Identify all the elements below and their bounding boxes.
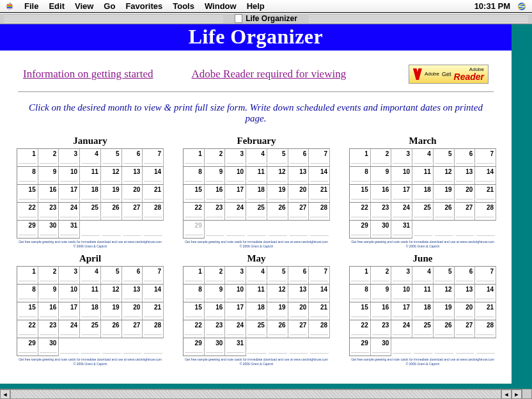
month-name: January [17,136,164,148]
scroll-left-button[interactable]: ◄ [0,389,10,399]
month-february[interactable]: February12345678910111213141516171819202… [183,136,330,248]
month-grid: 1234567891011121314151617181920212223242… [17,148,164,239]
month-april[interactable]: April12345678910111213141516171819202122… [17,253,164,366]
day-cell: 19 [101,185,122,203]
day-cell: 24 [391,203,412,221]
day-cell [205,221,226,239]
month-january[interactable]: January123456789101112131415161718192021… [17,136,164,248]
day-cell: 12 [267,167,288,185]
day-cell: 23 [205,203,226,221]
day-cell: 11 [412,167,434,185]
link-getting-started[interactable]: Information on getting started [23,68,153,81]
day-cell: 27 [455,203,476,221]
day-cell: 7 [309,149,330,167]
day-cell [434,221,455,239]
apple-menu-icon[interactable] [5,2,14,11]
right-gutter [522,24,532,389]
day-cell: 20 [288,302,309,320]
page-title: Life Organizer [0,24,512,51]
day-cell [101,338,122,356]
resize-handle[interactable] [522,389,532,399]
day-cell: 22 [350,203,371,221]
day-cell: 10 [59,285,80,302]
menu-help[interactable]: Help [247,1,265,11]
day-cell: 16 [205,185,226,203]
day-cell: 23 [205,320,226,338]
day-cell: 8 [350,167,371,185]
day-cell: 1 [184,267,205,285]
day-cell: 25 [412,203,434,221]
scroll-left-button-2[interactable]: ◄ [501,389,512,399]
menu-go[interactable]: Go [104,1,115,11]
menu-file[interactable]: File [24,1,38,11]
horizontal-scrollbar[interactable]: ◄ ◄ ► [0,389,522,399]
adobe-reader-label: Reader [454,72,484,81]
menu-window[interactable]: Window [205,1,237,11]
day-cell: 22 [184,320,205,338]
day-cell: 28 [309,320,330,338]
window-title: Life Organizer [246,14,297,23]
day-cell: 8 [17,285,38,302]
day-cell [412,221,434,239]
day-cell: 17 [225,185,246,203]
day-cell: 15 [350,302,371,320]
day-cell: 15 [184,302,205,320]
menu-edit[interactable]: Edit [49,1,65,11]
day-cell: 14 [475,167,496,185]
day-cell [122,221,143,239]
adobe-get-label: Get [442,71,451,77]
menu-view[interactable]: View [75,1,93,11]
day-cell: 11 [412,285,434,302]
day-cell: 9 [205,285,226,302]
day-cell: 7 [475,149,496,167]
day-cell [59,338,80,356]
month-name: April [17,253,164,266]
day-cell: 9 [371,285,392,302]
month-footer: Get free sample greeting and note cards … [17,356,164,366]
menu-tools[interactable]: Tools [173,1,194,11]
day-cell: 1 [350,267,371,285]
day-cell: 4 [80,149,101,167]
day-cell: 27 [122,320,143,338]
day-cell: 27 [288,320,309,338]
day-cell: 16 [371,185,392,203]
day-cell: 9 [38,167,59,185]
month-footer: Get free sample greeting and note cards … [17,239,164,248]
month-grid: 1234567891011121314151617181920212223242… [183,266,330,356]
month-may[interactable]: May1234567891011121314151617181920212223… [183,253,330,366]
day-cell: 27 [288,203,309,221]
internet-explorer-icon[interactable] [517,1,527,12]
day-cell [391,338,412,356]
day-cell: 3 [391,267,412,285]
day-cell: 20 [122,302,143,320]
menubar: File Edit View Go Favorites Tools Window… [0,0,532,13]
day-cell: 5 [101,149,122,167]
month-june[interactable]: June123456789101112131415161718192021222… [349,253,496,366]
day-cell: 29 [350,221,371,239]
scroll-track[interactable] [10,389,501,399]
day-cell: 5 [267,149,288,167]
day-cell: 14 [143,285,164,302]
day-cell: 9 [205,167,226,185]
day-cell: 20 [122,185,143,203]
menu-favorites[interactable]: Favorites [125,1,162,11]
day-cell: 12 [434,285,455,302]
day-cell: 1 [17,149,38,167]
get-adobe-reader-button[interactable]: Adobe Get Adobe Reader [409,65,489,84]
link-adobe-reader[interactable]: Adobe Reader required for viewing [191,68,346,81]
day-cell: 10 [391,167,412,185]
day-cell [80,338,101,356]
day-cell: 10 [225,167,246,185]
day-cell: 21 [309,185,330,203]
day-cell: 6 [288,267,309,285]
day-cell: 21 [309,302,330,320]
month-march[interactable]: March12345678910111213141516171819202122… [349,136,496,248]
day-cell: 15 [184,185,205,203]
day-cell: 14 [475,285,496,302]
day-cell: 24 [59,203,80,221]
day-cell [434,338,455,356]
day-cell: 24 [391,320,412,338]
scroll-right-button[interactable]: ► [512,389,522,399]
day-cell [246,221,267,239]
day-cell: 25 [80,320,101,338]
